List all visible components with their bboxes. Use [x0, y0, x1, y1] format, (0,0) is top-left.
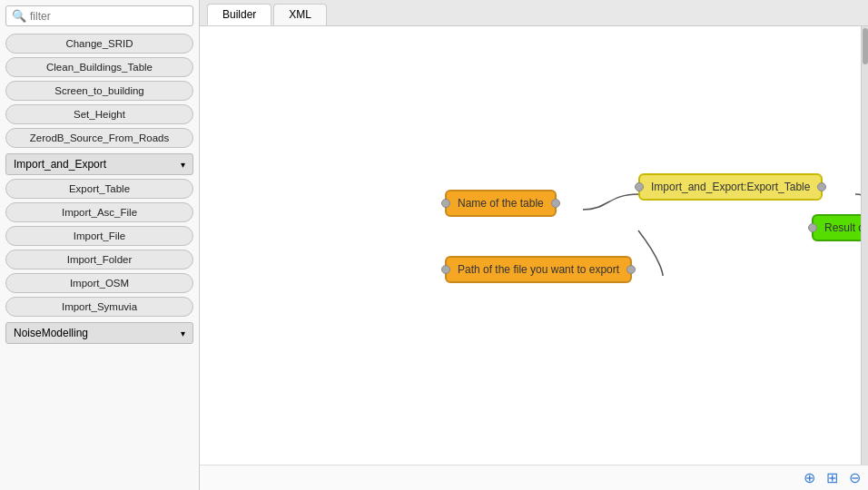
node-path-file[interactable]: Path of the file you want to export	[445, 256, 632, 283]
scrollbar-thumb	[863, 28, 868, 64]
grid-icon[interactable]: ⊞	[826, 469, 838, 486]
search-input[interactable]	[30, 10, 187, 23]
port-result-left	[808, 223, 817, 232]
node-result[interactable]: Result output string	[812, 214, 868, 241]
group-label-import-export: Import_and_Export	[14, 158, 106, 171]
search-bar: 🔍	[5, 5, 193, 26]
node-import-export[interactable]: Import_and_Export:Export_Table	[638, 173, 823, 201]
port-import-export-right	[817, 182, 826, 191]
group-header-import-export[interactable]: Import_and_Export ▾	[5, 153, 193, 175]
node-name-table[interactable]: Name of the table	[445, 190, 557, 217]
port-name-table-left	[441, 199, 450, 208]
sidebar-btn-import-folder[interactable]: Import_Folder	[5, 250, 193, 270]
canvas-scrollbar[interactable]	[861, 26, 868, 465]
tabs-bar: Builder XML	[200, 0, 868, 26]
group-header-noise-modelling[interactable]: NoiseModelling ▾	[5, 322, 193, 344]
sidebar-btn-set-height[interactable]: Set_Height	[5, 104, 193, 124]
node-import-export-label: Import_and_Export:Export_Table	[651, 181, 810, 193]
sidebar: 🔍 Change_SRID Clean_Buildings_Table Scre…	[0, 0, 200, 490]
main-container: 🔍 Change_SRID Clean_Buildings_Table Scre…	[0, 0, 868, 490]
search-icon: 🔍	[12, 9, 26, 23]
sidebar-btn-import-symuvia[interactable]: Import_Symuvia	[5, 297, 193, 317]
right-panel: Builder XML Name of the table	[200, 0, 868, 490]
sidebar-btn-import-osm[interactable]: Import_OSM	[5, 273, 193, 293]
zoom-in-icon[interactable]: ⊕	[804, 469, 815, 486]
zoom-out-icon[interactable]: ⊖	[849, 469, 861, 486]
sidebar-btn-screen-building[interactable]: Screen_to_building	[5, 81, 193, 101]
port-path-left	[441, 265, 450, 274]
chevron-down-icon: ▾	[181, 160, 185, 170]
port-name-table-right	[551, 199, 560, 208]
chevron-down-icon-2: ▾	[181, 328, 185, 338]
sidebar-btn-export-table[interactable]: Export_Table	[5, 179, 193, 199]
sidebar-btn-clean-buildings[interactable]: Clean_Buildings_Table	[5, 57, 193, 77]
sidebar-btn-change-srid[interactable]: Change_SRID	[5, 34, 193, 54]
sidebar-btn-import-file[interactable]: Import_File	[5, 226, 193, 246]
node-name-table-label: Name of the table	[458, 197, 544, 210]
port-path-right	[626, 265, 636, 274]
group-label-noise-modelling: NoiseModelling	[14, 327, 88, 339]
tab-xml[interactable]: XML	[273, 4, 327, 25]
tab-builder[interactable]: Builder	[207, 4, 271, 25]
canvas-toolbar: ⊕ ⊞ ⊖	[200, 465, 868, 490]
connector-svg	[200, 26, 868, 465]
canvas-area[interactable]: Name of the table Import_and_Export:Expo…	[200, 26, 868, 465]
port-import-export-left	[635, 182, 644, 191]
sidebar-btn-import-asc[interactable]: Import_Asc_File	[5, 202, 193, 222]
node-path-file-label: Path of the file you want to export	[458, 263, 619, 276]
sidebar-btn-zerodb[interactable]: ZerodB_Source_From_Roads	[5, 128, 193, 148]
